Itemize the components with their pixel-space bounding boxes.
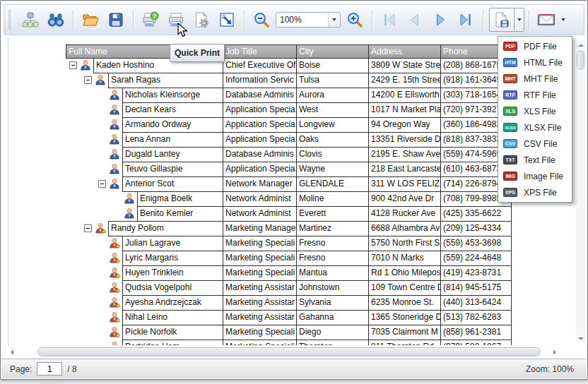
person-icon <box>124 193 135 204</box>
red-person-icon <box>109 311 120 323</box>
horizontal-scrollbar-thumb[interactable] <box>37 347 541 356</box>
tree-row: Lena AnnanApplication SpeciaOaks13351 Ri… <box>66 132 525 148</box>
print-dialog-button[interactable]: ? <box>138 8 163 32</box>
send-email-button[interactable] <box>534 8 559 32</box>
cell-address: 94 Oregon Way <box>368 118 440 132</box>
first-page-button[interactable] <box>377 8 402 32</box>
cell-city: Thornton <box>296 340 368 345</box>
toolbar-separator <box>73 10 74 30</box>
menu-item-csv[interactable]: CSVCSV File <box>498 136 572 152</box>
menu-item-xls[interactable]: XLSXLS File <box>498 103 572 119</box>
print-icon: ? <box>142 11 159 28</box>
grid-rows: Kaden HoshinoChief Executive OfBoise3809… <box>66 59 525 345</box>
scroll-up-arrow-icon[interactable] <box>578 44 584 47</box>
cell-address: 6235 Monroe St. <box>368 296 440 310</box>
menu-item-xps[interactable]: XPSXPS File <box>498 184 572 200</box>
toolbar-grip[interactable] <box>8 10 15 30</box>
person-icon <box>109 178 120 189</box>
menu-item-rtf[interactable]: RTFRTF File <box>498 87 572 103</box>
tree-structure-button[interactable] <box>18 8 43 32</box>
export-dropdown-button[interactable] <box>514 8 524 32</box>
cell-name: Partridge Ham <box>123 340 223 345</box>
person-icon <box>95 222 106 234</box>
page-number-input[interactable] <box>37 362 62 376</box>
cell-phone: (209) 125-4334 <box>440 222 511 236</box>
cell-address: 109 Town Centre D <box>368 281 440 295</box>
open-button[interactable] <box>78 8 103 32</box>
cell-phone: (419) 423-8731 <box>440 266 511 280</box>
previous-page-button[interactable] <box>402 8 428 32</box>
red-person-icon <box>109 282 120 293</box>
scroll-left-arrow-icon[interactable] <box>11 349 13 355</box>
blue-person-icon <box>109 163 120 174</box>
cell-city: Martinez <box>296 222 368 236</box>
collapse-glyph <box>84 224 92 232</box>
last-page-icon <box>457 11 474 28</box>
vertical-scrollbar-thumb[interactable] <box>577 50 584 70</box>
next-page-button[interactable] <box>428 8 453 32</box>
person-icon <box>109 311 120 323</box>
cell-job: Information Servic <box>223 73 296 88</box>
vertical-scrollbar[interactable] <box>576 40 586 344</box>
txt-file-icon: TXT <box>503 155 517 164</box>
scroll-down-arrow-icon[interactable] <box>578 337 584 340</box>
cell-job: Database Adminis <box>223 148 296 162</box>
zoom-in-button[interactable] <box>342 8 368 32</box>
zoom-status-label: Zoom: 100% <box>526 364 574 374</box>
zoom-combobox[interactable]: 100% <box>276 12 341 28</box>
cell-city: Clovis <box>296 148 368 162</box>
cell-name: Armando Ordway <box>123 118 223 132</box>
menu-item-mht[interactable]: MHTMHT File <box>498 71 572 87</box>
last-page-button[interactable] <box>453 8 478 32</box>
cell-address: 4128 Rucker Ave <box>368 207 440 221</box>
menu-item-label: Image File <box>524 172 563 181</box>
menu-item-pdf[interactable]: PDFPDF File <box>498 38 572 54</box>
tree-grid: Full NameJob TitleCityAddressPhone Kaden… <box>66 44 525 345</box>
save-button[interactable] <box>103 8 129 32</box>
red-person-icon <box>109 296 120 308</box>
blue-person-icon <box>109 104 120 115</box>
next-page-icon <box>432 11 449 28</box>
page-setup-button[interactable] <box>189 8 214 32</box>
cell-phone: (440) 313-6424 <box>440 296 511 310</box>
export-document-icon <box>493 11 510 28</box>
zoom-combobox-dropdown[interactable] <box>328 13 340 27</box>
blue-person-icon <box>124 208 135 219</box>
cell-address: 7035 Clairmont M <box>368 325 440 340</box>
menu-item-htm[interactable]: HTMHTML File <box>498 54 572 71</box>
cell-job: Marketing Manage <box>223 222 296 236</box>
cell-phone: (559) 453-3698 <box>440 236 511 251</box>
menu-item-xlsx[interactable]: XLSXXLSX File <box>498 119 572 136</box>
column-header: City <box>296 45 368 58</box>
cell-address: 7010 N Marks <box>368 251 440 265</box>
cell-name: Nicholas Kleinsorge <box>123 88 223 102</box>
scale-button[interactable] <box>214 8 240 32</box>
blue-person-icon <box>109 148 120 160</box>
tree-row: Declan KearsApplication SpeciaWest1017 N… <box>66 102 525 118</box>
export-document-button[interactable] <box>489 8 514 32</box>
menu-item-txt[interactable]: TXTText File <box>498 152 572 168</box>
menu-item-img[interactable]: IMGImage File <box>498 168 572 184</box>
cell-name: Qudsia Vogelpohl <box>123 281 223 295</box>
cell-job: Application Specia <box>223 103 296 117</box>
cell-city: Tulsa <box>296 73 368 88</box>
mht-file-icon: MHT <box>503 74 517 83</box>
person-icon <box>109 163 120 174</box>
cell-phone: (858) 961-2381 <box>440 325 511 340</box>
cell-city: Oaks <box>296 133 368 147</box>
email-dropdown-button[interactable] <box>561 18 565 21</box>
menu-item-label: MHT File <box>524 74 558 84</box>
horizontal-scrollbar[interactable] <box>5 347 572 357</box>
zoom-out-button[interactable] <box>249 8 274 32</box>
xps-file-icon: XPS <box>503 188 517 197</box>
save-icon <box>107 11 124 28</box>
cell-job: Marketing Speciali <box>223 266 296 280</box>
tree-row: Dugald LanteyDatabase AdminisClovis2195 … <box>66 147 525 162</box>
cell-phone: (814) 945-5175 <box>440 281 511 295</box>
find-button[interactable] <box>43 8 69 32</box>
cell-name: Lena Annan <box>123 133 223 147</box>
page-setup-icon <box>193 11 210 28</box>
cell-job: Application Specia <box>223 118 296 132</box>
scroll-right-arrow-icon[interactable] <box>553 349 556 355</box>
cell-address: 811 Thornton Rd <box>368 340 440 345</box>
